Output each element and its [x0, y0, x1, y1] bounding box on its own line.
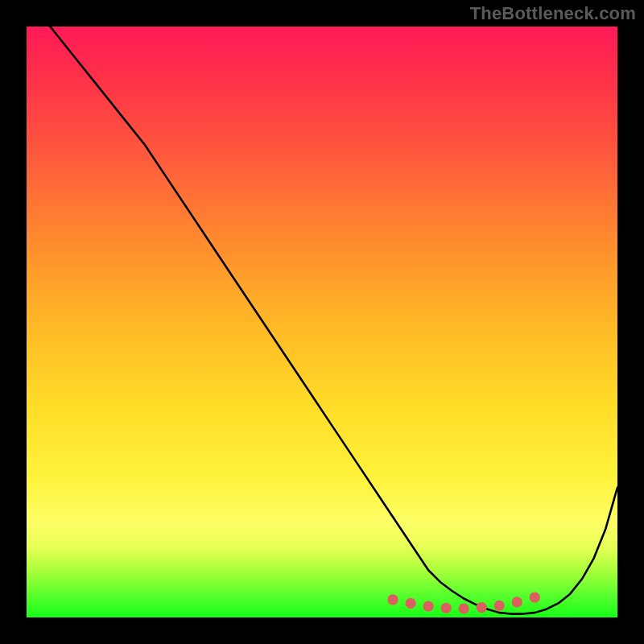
- chart-frame: TheBottleneck.com: [0, 0, 644, 644]
- marker-dot: [459, 603, 469, 613]
- marker-dot: [512, 597, 522, 607]
- plot-area: [27, 27, 617, 617]
- curve-svg: [27, 27, 617, 617]
- marker-dot: [494, 601, 505, 611]
- marker-dot: [405, 598, 415, 609]
- marker-dot: [441, 603, 452, 613]
- marker-dot: [477, 602, 487, 613]
- bottom-markers: [387, 592, 539, 613]
- bottleneck-curve: [50, 27, 617, 614]
- marker-dot: [423, 601, 434, 611]
- marker-dot: [387, 594, 398, 605]
- marker-dot: [530, 592, 540, 602]
- watermark-label: TheBottleneck.com: [470, 3, 636, 24]
